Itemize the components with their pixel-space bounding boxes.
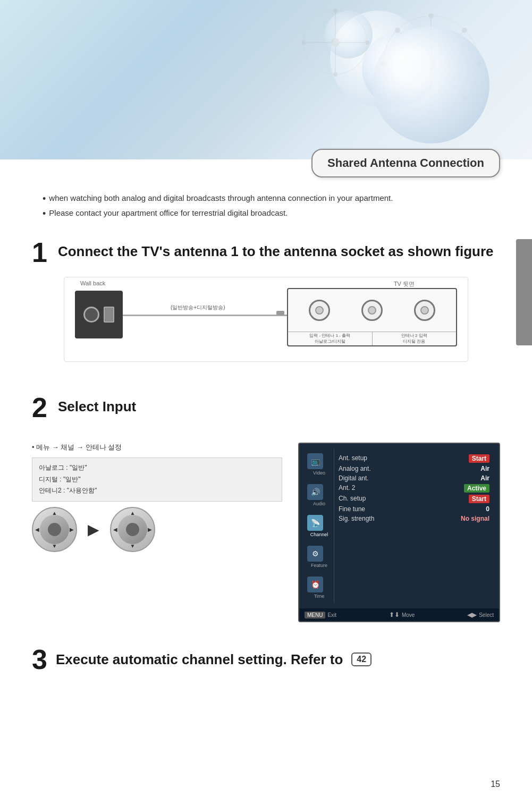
menu-bottom-bar: MENU Exit ⬆⬇ Move ◀▶ Select (299, 608, 499, 621)
rc-arrow-down: ▼ (52, 543, 57, 549)
feature-icon: ⚙ (307, 546, 323, 562)
rc2-arrow-right: ▶ (148, 527, 152, 532)
audio-label: Audio (307, 501, 331, 506)
bullet-text-1: when watching both analog and digital br… (49, 193, 393, 202)
fine-tune-value: 0 (486, 505, 489, 513)
video-icon: 📺 (307, 453, 323, 469)
remote-control-1[interactable]: ▲ ▼ ◀ ▶ (32, 507, 77, 552)
badge-section: Shared Antenna Connection (0, 149, 532, 177)
sidebar-feature: ⚙ Feature (305, 541, 334, 572)
digital-ant-name: Digital ant. (339, 474, 369, 482)
antenna-port-2 (361, 300, 383, 321)
ant2-name: Ant. 2 (339, 484, 355, 493)
menu-path: • 메뉴 → 채널 → 안테나 설정 (32, 443, 282, 452)
port1-label: 입력 - 안테나 1 - 출력 아날로그/디지털 (288, 332, 373, 345)
remote-control-2[interactable]: ▲ ▼ ◀ ▶ (110, 507, 155, 552)
cable-connector (276, 311, 284, 315)
rc2-arrow-down: ▼ (130, 543, 136, 549)
bullet-item-1: • when watching both analog and digital … (43, 193, 500, 205)
svg-point-21 (331, 38, 340, 47)
svg-point-17 (333, 9, 337, 13)
rc2-arrow-left: ◀ (113, 527, 117, 532)
rc-arrow-left: ◀ (35, 527, 39, 532)
bullet-text-2: Please contact your apartment office for… (49, 208, 288, 217)
cable-label: (일반방송+디지털방송) (171, 304, 225, 311)
menu-item-ch-setup: Ch. setup Start (339, 494, 489, 504)
step2-content: • 메뉴 → 채널 → 안테나 설정 아날로그 : "일반" 디지털 : "일반… (32, 443, 500, 622)
step3-content: Execute automatic channel setting. Refer… (56, 651, 371, 668)
wall-socket (83, 307, 99, 323)
svg-point-13 (426, 58, 436, 69)
sidebar-time: ⏰ Time (305, 572, 334, 603)
sidebar-channel[interactable]: 📡 Channel (305, 511, 334, 541)
digital-ant-value: Air (480, 474, 489, 482)
select-arrows: ◀▶ (467, 611, 477, 618)
step1-header: 1 Connect the TV's antenna 1 to the ante… (32, 239, 500, 266)
setting-analog: 아날로그 : "일반" (39, 462, 275, 474)
settings-box: 아날로그 : "일반" 디지털 : "일반" 안테니2 : "사용안함" (32, 457, 282, 502)
exit-label: Exit (327, 612, 336, 618)
svg-point-9 (395, 28, 400, 33)
select-btn: ◀▶ Select (467, 611, 494, 618)
menu-item-fine-tune: Fine tune 0 (339, 504, 489, 514)
move-arrows: ⬆⬇ (389, 611, 400, 618)
connector (104, 307, 114, 323)
sig-strength-name: Sig. strength (339, 515, 374, 522)
menu-key: MENU (305, 612, 325, 618)
move-label: Move (402, 612, 415, 618)
step2-section: 2 Select Input (0, 388, 532, 443)
port-inner-3 (420, 306, 429, 315)
ant-setup-name: Ant. setup (339, 454, 367, 463)
menu-item-ant2: Ant. 2 Active (339, 483, 489, 494)
menu-item-sig-strength: Sig. strength No signal (339, 514, 489, 523)
menu-item-ant-setup: Ant. setup Start (339, 453, 489, 464)
step3-section: 3 Execute automatic channel setting. Ref… (0, 633, 532, 686)
svg-point-5 (428, 13, 434, 19)
wall-label: Wall back (80, 280, 105, 286)
remote-area: ▲ ▼ ◀ ▶ ▶ ▲ ▼ ◀ ▶ (32, 507, 282, 552)
svg-point-20 (365, 40, 369, 45)
antenna-port-1 (309, 300, 330, 321)
tv-back-panel: 입력 - 안테나 1 - 출력 아날로그/디지털 안테나 2 입력 디지털 전용 (287, 288, 457, 346)
sidebar-audio: 🔊 Audio (305, 480, 334, 511)
ant2-value: Active (464, 484, 489, 493)
step1-section: 1 Connect the TV's antenna 1 to the ante… (0, 228, 532, 388)
step2-number: 2 (32, 394, 47, 421)
tv-ports (288, 289, 456, 332)
port2-label: 안테나 2 입력 디지털 전용 (373, 332, 457, 345)
svg-line-3 (398, 30, 465, 97)
svg-point-18 (333, 72, 337, 77)
rc-center-btn[interactable] (48, 523, 61, 536)
menu-btn: MENU Exit (305, 612, 336, 618)
fine-tune-name: Fine tune (339, 505, 365, 513)
menu-screen: 📺 Video 🔊 Audio 📡 Channel ⚙ Feature (299, 444, 499, 608)
step1-diagram: Wall back TV 뒷면 (일반방송+디지털방송) (64, 277, 468, 362)
step3-number: 3 (32, 643, 47, 675)
step1-title: Connect the TV's antenna 1 to the antenn… (58, 239, 494, 261)
sidebar-video: 📺 Video (305, 449, 334, 480)
ant-setup-value: Start (469, 454, 489, 463)
ch-setup-name: Ch. setup (339, 495, 366, 503)
svg-point-12 (395, 95, 400, 100)
menu-item-analog-ant: Analog ant. Air (339, 464, 489, 473)
shared-antenna-badge: Shared Antenna Connection (311, 149, 500, 177)
bullet-section: • when watching both analog and digital … (0, 177, 532, 228)
svg-point-6 (428, 109, 434, 114)
rc2-inner (118, 515, 147, 544)
setting-antenna2: 안테니2 : "사용안함" (39, 485, 275, 497)
svg-point-7 (381, 61, 386, 66)
rc-inner (40, 515, 69, 544)
rc-arrow-up: ▲ (52, 510, 57, 516)
svg-point-19 (301, 40, 306, 45)
menu-item-digital-ant: Digital ant. Air (339, 473, 489, 483)
antenna-port-3 (414, 300, 435, 321)
svg-point-10 (462, 95, 467, 100)
step2-header: 2 Select Input (32, 394, 500, 421)
audio-icon: 🔊 (307, 484, 323, 500)
step3-text: Execute automatic channel setting. Refer… (56, 651, 343, 668)
rc2-center-btn[interactable] (126, 523, 139, 536)
select-label: Select (479, 612, 494, 618)
time-icon: ⏰ (307, 577, 323, 592)
move-btn: ⬆⬇ Move (389, 611, 415, 618)
channel-label: Channel (307, 532, 331, 537)
